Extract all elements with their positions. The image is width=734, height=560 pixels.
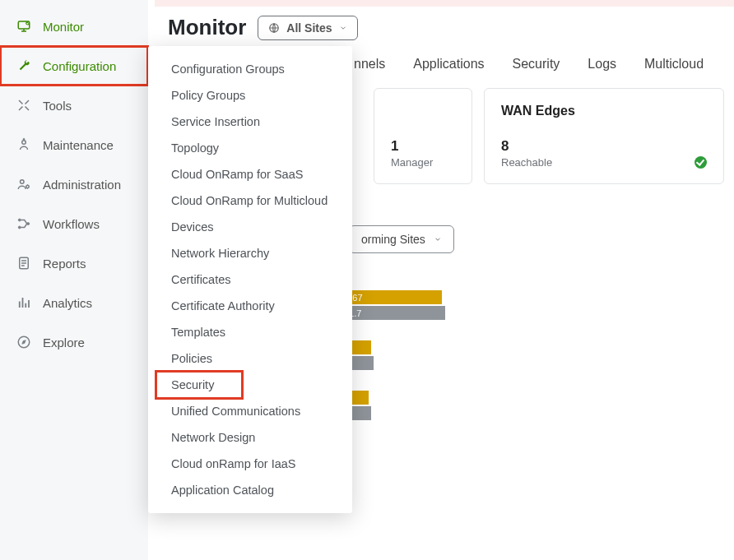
flyout-cloud-onramp-iaas[interactable]: Cloud onRamp for IaaS	[148, 451, 352, 477]
card-wan-edges-label: Reachable	[501, 156, 552, 169]
tabs: nnels Applications Security Logs Multicl…	[354, 57, 734, 72]
monitor-icon	[15, 19, 33, 34]
status-ok-icon	[695, 156, 707, 169]
card-wan-edges[interactable]: WAN Edges 8 Reachable	[484, 88, 724, 184]
wrench-icon	[15, 58, 33, 73]
page-title-row: Monitor All Sites	[168, 15, 734, 40]
sidebar-item-label: Monitor	[43, 20, 84, 34]
site-selector-label: All Sites	[286, 21, 332, 35]
sidebar-item-configuration[interactable]: Configuration	[0, 46, 148, 86]
flyout-network-design[interactable]: Network Design	[148, 424, 352, 451]
tab-applications[interactable]: Applications	[413, 57, 484, 72]
flyout-network-hierarchy[interactable]: Network Hierarchy	[148, 240, 352, 266]
chevron-down-icon	[434, 235, 442, 243]
card-manager-value: 1	[391, 138, 455, 155]
flyout-devices[interactable]: Devices	[148, 214, 352, 240]
performing-sites-dropdown[interactable]: orming Sites	[349, 225, 454, 253]
sidebar-item-label: Reports	[43, 257, 86, 271]
svg-point-7	[18, 226, 21, 229]
flyout-cloud-onramp-saas[interactable]: Cloud OnRamp for SaaS	[148, 161, 352, 187]
tab-logs[interactable]: Logs	[588, 57, 616, 72]
flyout-cloud-onramp-multicloud[interactable]: Cloud OnRamp for Multicloud	[148, 187, 352, 214]
sidebar-item-label: Explore	[43, 336, 85, 349]
svg-point-2	[22, 141, 26, 145]
flyout-unified-communications[interactable]: Unified Communications	[148, 398, 352, 424]
page-title: Monitor	[168, 15, 246, 40]
globe-icon	[268, 22, 280, 34]
svg-point-5	[26, 185, 29, 187]
card-manager[interactable]: 1 Manager	[374, 88, 472, 184]
flyout-policies[interactable]: Policies	[148, 345, 352, 372]
analytics-icon	[15, 295, 33, 310]
sidebar-item-monitor[interactable]: Monitor	[0, 7, 148, 46]
sidebar-item-label: Configuration	[43, 59, 116, 73]
sidebar-item-workflows[interactable]: Workflows	[0, 204, 148, 243]
flyout-certificate-authority[interactable]: Certificate Authority	[148, 293, 352, 319]
tab-tunnels[interactable]: nnels	[354, 57, 385, 72]
sidebar-item-analytics[interactable]: Analytics	[0, 283, 148, 322]
tools-icon	[15, 98, 33, 113]
flyout-service-insertion[interactable]: Service Insertion	[148, 109, 352, 135]
chevron-down-icon	[339, 24, 347, 32]
performing-sites-label: orming Sites	[361, 233, 425, 246]
svg-point-6	[18, 219, 21, 221]
configuration-flyout-menu: Configuration Groups Policy Groups Servi…	[148, 46, 352, 513]
svg-point-4	[21, 180, 25, 184]
tab-security[interactable]: Security	[513, 57, 560, 72]
flyout-security[interactable]: Security	[148, 372, 352, 398]
sidebar-item-administration[interactable]: Administration	[0, 164, 148, 204]
summary-cards: 1 Manager WAN Edges 8 Reachable	[374, 88, 734, 184]
workflows-icon	[15, 216, 33, 231]
svg-point-3	[23, 138, 25, 140]
flyout-configuration-groups[interactable]: Configuration Groups	[148, 56, 352, 82]
sidebar-item-label: Analytics	[43, 296, 92, 310]
tab-multicloud[interactable]: Multicloud	[644, 57, 704, 72]
sidebar-item-label: Administration	[43, 178, 121, 192]
site-selector[interactable]: All Sites	[258, 16, 357, 40]
sidebar-item-maintenance[interactable]: Maintenance	[0, 125, 148, 164]
sidebar: Monitor Configuration Tools Maintenance …	[0, 0, 148, 560]
sidebar-item-tools[interactable]: Tools	[0, 86, 148, 125]
card-wan-edges-value: 8	[501, 138, 552, 155]
flyout-policy-groups[interactable]: Policy Groups	[148, 82, 352, 109]
sidebar-item-reports[interactable]: Reports	[0, 243, 148, 283]
sidebar-item-label: Maintenance	[43, 138, 114, 152]
sidebar-item-label: Tools	[43, 99, 72, 113]
card-manager-label: Manager	[391, 156, 455, 169]
maintenance-icon	[15, 137, 33, 152]
sidebar-item-label: Workflows	[43, 217, 100, 231]
flyout-application-catalog[interactable]: Application Catalog	[148, 477, 352, 503]
flyout-certificates[interactable]: Certificates	[148, 266, 352, 293]
flyout-topology[interactable]: Topology	[148, 135, 352, 161]
admin-icon	[15, 177, 33, 192]
card-wan-edges-title: WAN Edges	[501, 104, 707, 118]
sidebar-item-explore[interactable]: Explore	[0, 322, 148, 362]
reports-icon	[15, 256, 33, 271]
compass-icon	[15, 335, 33, 349]
flyout-templates[interactable]: Templates	[148, 319, 352, 345]
